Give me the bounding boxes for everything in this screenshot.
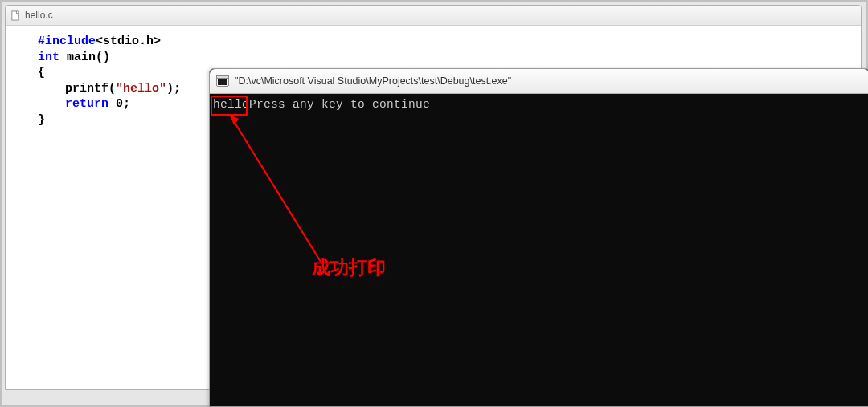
console-title-text: "D:\vc\Microsoft Visual Studio\MyProject… xyxy=(235,75,511,87)
code-token: main() xyxy=(67,51,110,64)
workspace-frame: hello.c #include<stdio.h> int main() { p… xyxy=(2,2,866,405)
code-token: int xyxy=(38,51,59,64)
code-token: printf( xyxy=(65,82,116,96)
code-token: { xyxy=(38,66,45,79)
svg-rect-0 xyxy=(12,10,18,19)
console-window: "D:\vc\Microsoft Visual Studio\MyProject… xyxy=(209,68,868,407)
editor-filename: hello.c xyxy=(25,10,53,21)
svg-rect-2 xyxy=(217,76,229,79)
code-token: "hello" xyxy=(116,82,166,96)
code-token: } xyxy=(38,113,45,127)
console-output[interactable]: helloPress any key to continue xyxy=(210,94,868,406)
code-token: #include xyxy=(38,35,96,48)
code-token: <stdio.h> xyxy=(96,35,161,48)
code-token: ; xyxy=(123,97,130,111)
console-prompt: Press any key to continue xyxy=(249,98,430,111)
svg-rect-3 xyxy=(218,79,227,85)
console-icon xyxy=(216,75,229,87)
code-token: return xyxy=(65,97,108,111)
editor-titlebar[interactable]: hello.c xyxy=(6,6,861,26)
source-file-icon xyxy=(10,10,21,21)
annotation-label: 成功打印 xyxy=(312,255,386,280)
console-titlebar[interactable]: "D:\vc\Microsoft Visual Studio\MyProject… xyxy=(210,69,868,94)
highlight-box xyxy=(211,96,248,116)
code-token: ); xyxy=(166,82,181,96)
code-token: 0 xyxy=(116,97,123,111)
